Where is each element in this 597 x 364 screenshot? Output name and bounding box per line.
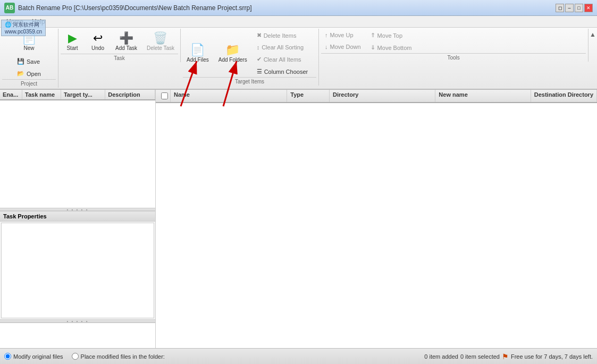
col-directory: Directory [330,90,435,102]
project-group-label: Project [2,79,56,88]
license-text: Free use for 7 days, 7 days left. [511,353,593,360]
window-controls: ◻ – □ ✕ [556,4,593,12]
radio-place-label: Place modified files in the folder: [81,353,165,360]
add-files-icon: 📄 [190,44,205,56]
close-button[interactable]: ✕ [584,4,593,12]
move-top-button[interactable]: ⇑ Move Top [367,30,416,41]
toolbar-tools-group: ↑ Move Up ↓ Move Down ⇑ Move Top [319,29,588,62]
right-table-header: Name Type Directory New name Destination… [156,90,597,103]
title-text: Batch Rename Pro [C:\Users\pc0359\Docume… [18,4,252,12]
select-all-checkbox[interactable] [161,92,168,99]
radio-place-modified: Place modified files in the folder: [72,353,165,360]
new-icon: 📄 [22,32,36,44]
app-icon: AB [4,3,15,13]
toolbar-collapse[interactable]: ▲ [588,29,597,88]
task-table: Ena... Task name Target ty... Descriptio… [0,90,155,100]
clear-all-sorting-button[interactable]: ↕ Clear All Sorting [253,42,312,53]
column-chooser-icon: ☰ [257,68,262,75]
task-properties-header: Task Properties [0,211,155,222]
move-top-icon: ⇑ [371,32,375,39]
open-button[interactable]: 📂 Open [13,68,45,79]
toolbar: 📄 New 💾 Save 📂 Open Project [0,28,597,90]
clear-sorting-icon: ↕ [257,44,260,50]
open-icon: 📂 [17,70,24,77]
maximize-button[interactable]: □ [575,4,583,12]
delete-task-icon: 🗑️ [153,32,167,44]
add-task-button[interactable]: ➕ Add Task [112,30,141,54]
status-right: 0 item added 0 item selected ⚑ Free use … [424,352,593,361]
radio-modify-input[interactable] [4,353,11,360]
move-up-icon: ↑ [325,32,328,38]
items-selected-text: 0 item selected [460,353,500,360]
col-description: Description [105,90,155,100]
clear-all-items-button[interactable]: ✔ Clear All Items [253,54,312,65]
move-down-icon: ↓ [325,44,328,50]
delete-items-icon: ✖ [257,32,262,39]
undo-button[interactable]: ↩ Undo [86,30,110,54]
toolbar-project-group: 📄 New 💾 Save 📂 Open Project [0,29,58,88]
left-panel-bottom-area [0,323,155,349]
minimize-button[interactable]: – [565,4,574,12]
col-taskname: Task name [22,90,61,100]
left-panel: Ena... Task name Target ty... Descriptio… [0,90,156,349]
target-items-group-label: Target Items [183,77,316,86]
restore-button[interactable]: ◻ [556,4,564,12]
task-properties-content [1,223,154,318]
radio-modify-original: Modify original files [4,353,63,360]
col-enabled: Ena... [0,90,22,100]
column-chooser-button[interactable]: ☰ Column Chooser [253,66,312,77]
start-icon: ▶ [68,32,77,44]
right-panel: Name Type Directory New name Destination… [156,90,597,349]
start-button[interactable]: ▶ Start [61,30,84,54]
tools-group-label: Tools [321,53,586,62]
add-files-button[interactable]: 📄 Add Files [183,41,213,65]
add-folders-icon: 📁 [225,44,240,56]
col-targettype: Target ty... [61,90,105,100]
delete-items-button[interactable]: ✖ Delete Items [253,30,312,41]
move-bottom-button[interactable]: ⇓ Move Bottom [367,42,416,53]
toolbar-task-group: ▶ Start ↩ Undo ➕ Add Task 🗑️ Delete Task… [58,29,181,62]
add-folders-button[interactable]: 📁 Add Folders [215,41,251,65]
menu-help[interactable]: Help [28,17,49,27]
menu-bar: Home Help [0,16,597,28]
col-type: Type [287,90,330,102]
toolbar-target-items-group: 📄 Add Files 📁 Add Folders ✖ Delete Items [181,29,319,86]
col-checkbox [156,90,171,102]
radio-place-input[interactable] [72,353,79,360]
save-icon: 💾 [17,58,24,65]
undo-icon: ↩ [93,32,103,44]
move-down-button[interactable]: ↓ Move Down [321,41,365,52]
right-table-body [156,103,597,349]
radio-modify-label: Modify original files [13,353,63,360]
move-bottom-icon: ⇓ [371,44,375,51]
status-bar: Modify original files Place modified fil… [0,348,597,364]
add-task-icon: ➕ [119,32,133,44]
col-destdir: Destination Directory [531,90,597,102]
items-added-text: 0 item added [424,353,458,360]
task-group-label: Task [61,54,178,62]
menu-home[interactable]: Home [2,17,28,27]
col-name: Name [171,90,287,102]
col-newname: New name [435,90,531,102]
flag-icon: ⚑ [502,352,509,361]
clear-items-icon: ✔ [257,56,262,63]
task-list-area: Ena... Task name Target ty... Descriptio… [0,90,155,208]
task-properties-section: Task Properties [0,211,155,319]
title-bar: AB Batch Rename Pro [C:\Users\pc0359\Doc… [0,0,597,16]
move-up-button[interactable]: ↑ Move Up [321,30,365,40]
delete-task-button[interactable]: 🗑️ Delete Task [143,30,178,54]
new-button[interactable]: 📄 New [16,30,43,54]
save-button[interactable]: 💾 Save [13,56,45,67]
